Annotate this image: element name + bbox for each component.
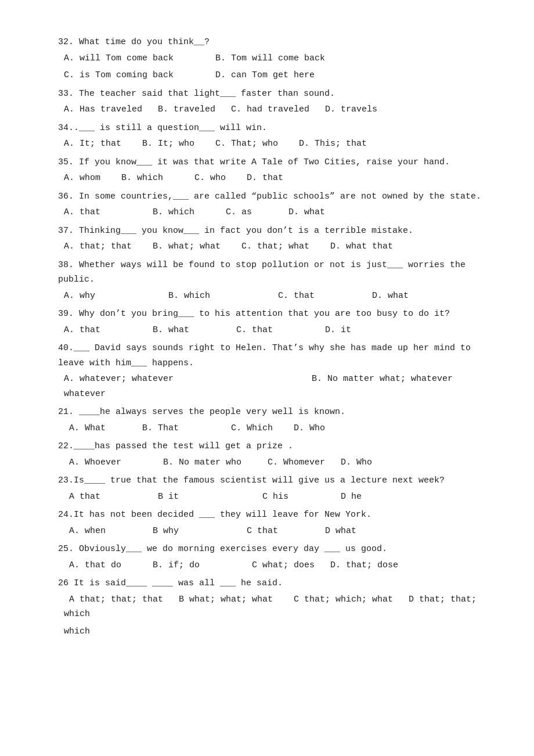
question-39: 39. Why don’t you bring___ to his attent… (58, 307, 488, 337)
option-40-b: B. No matter what; whatever (312, 372, 453, 387)
question-22: 22.____has passed the test will get a pr… (58, 439, 488, 470)
question-26-which: which (58, 624, 488, 639)
question-36-options: A. that B. which C. as D. what (58, 205, 488, 220)
question-39-text: 39. Why don’t you bring___ to his attent… (58, 307, 488, 322)
question-21-options: A. What B. That C. Which D. Who (58, 421, 488, 436)
question-26-text: 26 It is said____ ____ was all ___ he sa… (58, 576, 488, 591)
question-21: 21. ____he always serves the people very… (58, 405, 488, 435)
question-26: 26 It is said____ ____ was all ___ he sa… (58, 576, 488, 639)
question-35-options: A. whom B. which C. who D. that (58, 171, 488, 186)
question-39-options: A. that B. what C. that D. it (58, 323, 488, 338)
question-25-options: A. that do B. if; do C what; does D. tha… (58, 558, 488, 573)
option-40-a: A. whatever; whatever (64, 372, 174, 387)
question-32: 32. What time do you think__? A. will To… (58, 35, 488, 83)
question-22-options: A. Whoever B. No mater who C. Whomever D… (58, 455, 488, 470)
question-34-options: A. It; that B. It; who C. That; who D. T… (58, 136, 488, 152)
question-37-options: A. that; that B. what; what C. that; wha… (58, 239, 488, 254)
question-32-text: 32. What time do you think__? (58, 35, 488, 50)
question-35-text: 35. If you know___ it was that write A T… (58, 155, 488, 170)
quiz-container: 32. What time do you think__? A. will To… (58, 35, 488, 639)
question-24-text: 24.It has not been decided ___ they will… (58, 507, 488, 523)
question-37-text: 37. Thinking___ you know___ in fact you … (58, 224, 488, 239)
question-38: 38. Whether ways will be found to stop p… (58, 258, 488, 304)
question-40: 40.___ David says sounds right to Helen.… (58, 341, 488, 401)
question-23-options: A that B it C his D he (58, 489, 488, 505)
question-25-text: 25. Obviously___ we do morning exercises… (58, 542, 488, 557)
question-24: 24.It has not been decided ___ they will… (58, 507, 488, 538)
question-36: 36. In some countries,___ are called “pu… (58, 189, 488, 220)
question-38-text: 38. Whether ways will be found to stop p… (58, 258, 488, 287)
question-21-text: 21. ____he always serves the people very… (58, 405, 488, 420)
question-38-options: A. why B. which C. that D. what (58, 289, 488, 304)
question-33: 33. The teacher said that light___ faste… (58, 87, 488, 117)
question-24-options: A. when B why C that D what (58, 524, 488, 539)
question-23-text: 23.Is____ true that the famous scientist… (58, 473, 488, 488)
question-33-options: A. Has traveled B. traveled C. had trave… (58, 102, 488, 117)
question-37: 37. Thinking___ you know___ in fact you … (58, 224, 488, 254)
question-40-whatever: whatever (58, 387, 488, 402)
question-40-options: A. whatever; whatever B. No matter what;… (58, 372, 488, 387)
question-22-text: 22.____has passed the test will get a pr… (58, 439, 488, 454)
question-23: 23.Is____ true that the famous scientist… (58, 473, 488, 504)
question-34-text: 34..___ is still a question___ will win. (58, 121, 488, 136)
question-32-options-2: C. is Tom coming back D. can Tom get her… (58, 68, 488, 83)
question-25: 25. Obviously___ we do morning exercises… (58, 542, 488, 573)
question-32-options: A. will Tom come back B. Tom will come b… (58, 51, 488, 66)
question-26-options: A that; that; that B what; what; what C … (58, 592, 488, 622)
question-40-text: 40.___ David says sounds right to Helen.… (58, 341, 488, 370)
question-34: 34..___ is still a question___ will win.… (58, 121, 488, 152)
question-36-text: 36. In some countries,___ are called “pu… (58, 189, 488, 204)
question-33-text: 33. The teacher said that light___ faste… (58, 87, 488, 102)
question-35: 35. If you know___ it was that write A T… (58, 155, 488, 186)
